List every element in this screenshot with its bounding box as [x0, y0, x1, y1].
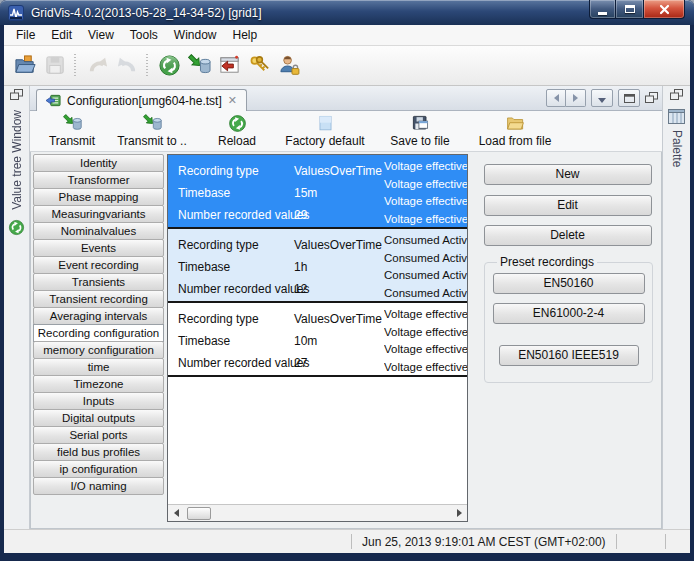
- preset-en50160-ieee519-button[interactable]: EN50160 IEEE519: [499, 345, 639, 366]
- scroll-tabs-right-button[interactable]: [566, 89, 586, 107]
- preset-recordings-title: Preset recordings: [497, 255, 597, 269]
- dock-float-icon[interactable]: [645, 92, 658, 104]
- section-phase-mapping[interactable]: Phase mapping: [33, 188, 164, 206]
- menu-file[interactable]: File: [8, 26, 43, 44]
- tab-label: Configuration[umg604-he.tst]: [67, 94, 222, 108]
- edit-button[interactable]: Edit: [484, 195, 652, 216]
- menu-tools[interactable]: Tools: [122, 26, 166, 44]
- section-memory-configuration[interactable]: memory configuration: [33, 341, 164, 359]
- section-nominalvalues[interactable]: Nominalvalues: [33, 222, 164, 240]
- menu-edit[interactable]: Edit: [43, 26, 80, 44]
- maximize-icon: [625, 5, 635, 13]
- section-timezone[interactable]: Timezone: [33, 375, 164, 393]
- save-button[interactable]: [40, 51, 70, 81]
- section-digital-outputs[interactable]: Digital outputs: [33, 409, 164, 427]
- reload-button[interactable]: Reload: [200, 112, 274, 150]
- tab-configuration[interactable]: Configuration[umg604-he.tst] ✕: [36, 89, 247, 111]
- tab-controls: [546, 89, 658, 107]
- preset-en61000-button[interactable]: EN61000-2-4: [493, 303, 645, 324]
- save-to-file-button[interactable]: Save to file: [376, 112, 464, 150]
- menu-help[interactable]: Help: [225, 26, 266, 44]
- maximize-editor-button[interactable]: [618, 89, 640, 107]
- minimize-button[interactable]: [589, 0, 616, 19]
- statusbar-separator: [616, 534, 617, 549]
- maximize-button[interactable]: [616, 0, 643, 19]
- configuration-toolbar: Transmit Transmit to ..: [30, 111, 662, 152]
- scroll-right-button[interactable]: [451, 505, 467, 521]
- transmit-values-icon: [188, 54, 211, 77]
- value-tree-dock: Value tree Window: [4, 86, 30, 529]
- palette-icon[interactable]: [668, 109, 685, 124]
- reload-values-icon: [158, 54, 181, 77]
- horizontal-scrollbar[interactable]: [168, 504, 467, 521]
- recorded-values-preview: Voltage effective Voltage effective Volt…: [384, 306, 467, 376]
- section-events[interactable]: Events: [33, 239, 164, 257]
- tab-row: Configuration[umg604-he.tst] ✕: [30, 86, 662, 111]
- menu-window[interactable]: Window: [166, 26, 225, 44]
- configuration-tab-icon: [46, 93, 61, 108]
- scrollbar-thumb[interactable]: [187, 507, 211, 520]
- section-io-naming[interactable]: I/O naming: [33, 477, 164, 495]
- section-transient-recording[interactable]: Transient recording: [33, 290, 164, 308]
- recorded-values-preview: Consumed Active Consumed Active Consumed…: [384, 232, 467, 302]
- dock-float-icon[interactable]: [670, 89, 683, 101]
- delete-button[interactable]: Delete: [484, 225, 652, 246]
- recording-entry[interactable]: Recording typeValuesOverTime Timebase1h …: [168, 229, 467, 303]
- tab-close-icon[interactable]: ✕: [228, 95, 237, 106]
- section-inputs[interactable]: Inputs: [33, 392, 164, 410]
- dock-float-icon[interactable]: [10, 89, 23, 101]
- section-serial-ports[interactable]: Serial ports: [33, 426, 164, 444]
- transmit-to-button[interactable]: Transmit to ..: [104, 112, 200, 150]
- scroll-left-button[interactable]: [168, 505, 184, 521]
- editor-area: Configuration[umg604-he.tst] ✕: [30, 86, 662, 529]
- import-window-button[interactable]: [214, 51, 244, 81]
- reload-values-button[interactable]: [154, 51, 184, 81]
- scroll-tabs-left-button[interactable]: [546, 89, 566, 107]
- transmit-button[interactable]: Transmit: [40, 112, 104, 150]
- recording-type-value: ValuesOverTime: [294, 238, 382, 252]
- section-recording-configuration[interactable]: Recording configuration: [33, 324, 164, 342]
- connection-keys-button[interactable]: [244, 51, 274, 81]
- section-identity[interactable]: Identity: [33, 154, 164, 172]
- transmit-values-button[interactable]: [184, 51, 214, 81]
- recording-configuration-panel: Identity Transformer Phase mapping Measu…: [30, 152, 662, 529]
- redo-button[interactable]: [112, 51, 142, 81]
- load-from-file-button[interactable]: Load from file: [464, 112, 566, 150]
- section-time[interactable]: time: [33, 358, 164, 376]
- menu-view[interactable]: View: [80, 26, 122, 44]
- factory-default-button[interactable]: Factory default: [274, 112, 376, 150]
- section-measuringvariants[interactable]: Measuringvariants: [33, 205, 164, 223]
- transmit-icon: [143, 114, 162, 133]
- value-tree-window-tab[interactable]: Value tree Window: [10, 110, 24, 210]
- tab-list-dropdown-button[interactable]: [591, 89, 613, 107]
- statusbar-separator: [665, 534, 666, 549]
- config-section-list: Identity Transformer Phase mapping Measu…: [33, 154, 164, 495]
- section-averaging-intervals[interactable]: Averaging intervals: [33, 307, 164, 325]
- main-toolbar: [4, 46, 690, 86]
- undo-button[interactable]: [82, 51, 112, 81]
- device-time: Jun 25, 2013 9:19:01 AM CEST (GMT+02:00): [352, 535, 616, 549]
- palette-window-tab[interactable]: Palette: [670, 130, 684, 167]
- section-field-bus-profiles[interactable]: field bus profiles: [33, 443, 164, 461]
- close-icon: [659, 4, 670, 15]
- section-ip-configuration[interactable]: ip configuration: [33, 460, 164, 478]
- maximize-pane-icon: [624, 94, 635, 103]
- reload-icon: [228, 114, 247, 133]
- user-permissions-icon: [278, 54, 301, 77]
- app-logo-icon: [8, 5, 24, 21]
- recorded-values-preview: Voltage effective Voltage effective Volt…: [384, 158, 467, 228]
- load-file-icon: [506, 114, 525, 133]
- new-button[interactable]: New: [484, 164, 652, 185]
- preset-en50160-button[interactable]: EN50160: [493, 273, 645, 294]
- section-transformer[interactable]: Transformer: [33, 171, 164, 189]
- factory-default-label: Factory default: [285, 134, 364, 148]
- section-transients[interactable]: Transients: [33, 273, 164, 291]
- recording-entry[interactable]: Recording typeValuesOverTime Timebase15m…: [168, 155, 467, 229]
- section-event-recording[interactable]: Event recording: [33, 256, 164, 274]
- recording-entry[interactable]: Recording typeValuesOverTime Timebase10m…: [168, 303, 467, 377]
- open-project-button[interactable]: [10, 51, 40, 81]
- close-button[interactable]: [643, 0, 685, 19]
- left-arrow-icon: [174, 509, 179, 517]
- right-arrow-icon: [573, 94, 578, 102]
- user-permissions-button[interactable]: [274, 51, 304, 81]
